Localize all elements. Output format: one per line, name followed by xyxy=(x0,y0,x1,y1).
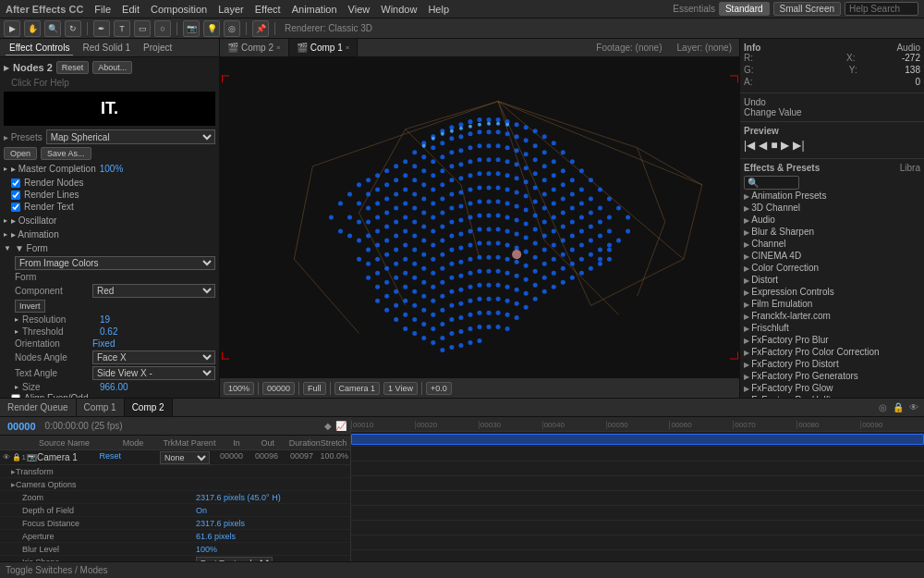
effect-cat-fx-blur[interactable]: FxFactory Pro Blur xyxy=(744,334,920,346)
menu-composition[interactable]: Composition xyxy=(151,4,207,15)
resolution-btn[interactable]: Full xyxy=(303,382,326,395)
svg-point-380 xyxy=(598,234,602,239)
render-lines-checkbox[interactable] xyxy=(11,191,20,200)
effect-cat-distort[interactable]: Distort xyxy=(744,274,920,286)
save-btn[interactable]: Save As... xyxy=(41,147,91,160)
effect-cat-animation[interactable]: Animation Presets xyxy=(744,190,920,202)
tool-camera[interactable]: 📷 xyxy=(183,20,200,37)
color-source-select[interactable]: From Image Colors xyxy=(15,256,215,270)
effect-cat-audio[interactable]: Audio xyxy=(744,214,920,226)
animation-header[interactable]: ▸ ▸ Animation xyxy=(4,228,215,241)
tab-project[interactable]: Project xyxy=(140,41,176,55)
component-select[interactable]: Red xyxy=(92,284,215,298)
text-angle-select[interactable]: Side View X - xyxy=(92,366,215,380)
menu-help[interactable]: Help xyxy=(428,4,449,15)
effect-cat-3d[interactable]: 3D Channel xyxy=(744,202,920,214)
tl-graph-editor[interactable]: 📈 xyxy=(335,421,346,431)
nodes-reset-btn[interactable]: Reset xyxy=(56,61,90,74)
tl-solo-btn[interactable]: ◎ xyxy=(877,402,889,412)
presets-select[interactable]: Map Spherical xyxy=(46,129,215,144)
tool-pen[interactable]: ✒ xyxy=(93,20,110,37)
form-header[interactable]: ▼ ▼ Form xyxy=(4,241,215,255)
render-nodes-checkbox[interactable] xyxy=(11,178,20,188)
preview-skip-back[interactable]: |◀ xyxy=(744,139,755,152)
svg-point-118 xyxy=(616,239,621,243)
menu-file[interactable]: File xyxy=(94,4,111,15)
comp1-close[interactable]: × xyxy=(346,43,350,52)
effect-cat-expression[interactable]: Expression Controls xyxy=(744,286,920,298)
tl-eye-btn[interactable]: 👁 xyxy=(907,402,920,412)
open-btn[interactable]: Open xyxy=(4,147,37,160)
tl-tab-render-queue[interactable]: Render Queue xyxy=(0,399,77,416)
effect-cat-c4d[interactable]: CINEMA 4D xyxy=(744,250,920,262)
tool-light[interactable]: 💡 xyxy=(203,20,220,37)
comp-tab-comp2[interactable]: 🎬 Comp 2 × xyxy=(220,39,289,56)
preview-skip-fwd[interactable]: ▶| xyxy=(793,139,804,152)
menu-animation[interactable]: Animation xyxy=(292,4,337,15)
effect-cat-frisch[interactable]: Frischluft xyxy=(744,322,920,334)
workspace-standard[interactable]: Standard xyxy=(719,2,770,16)
camera1-reset-btn[interactable]: Reset xyxy=(90,451,123,464)
preview-stop[interactable]: ■ xyxy=(771,139,777,152)
nodes-about-btn[interactable]: About... xyxy=(92,61,132,74)
svg-point-372 xyxy=(589,196,593,201)
effect-cat-film[interactable]: Film Emulation xyxy=(744,298,920,310)
zoom-btn[interactable]: 100% xyxy=(224,382,254,395)
effect-cat-fx-gen[interactable]: FxFactory Pro Generators xyxy=(744,370,920,382)
tool-shape-rect[interactable]: ▭ xyxy=(134,20,151,37)
camera-select[interactable]: Camera 1 xyxy=(334,382,381,395)
tl-add-marker[interactable]: ◆ xyxy=(324,421,332,431)
preview-play[interactable]: ▶ xyxy=(781,139,789,152)
audio-tab[interactable]: Audio xyxy=(896,43,920,53)
oscillator-header[interactable]: ▸ ▸ Oscillator xyxy=(4,214,215,228)
libra-tab[interactable]: Libra xyxy=(900,163,920,173)
effect-cat-franck[interactable]: Franckfx-larter.com xyxy=(744,310,920,322)
menu-layer[interactable]: Layer xyxy=(218,4,244,15)
timecode-display[interactable]: 00000 xyxy=(262,382,295,395)
effect-cat-color[interactable]: Color Correction xyxy=(744,262,920,274)
invert-btn[interactable]: Invert xyxy=(15,300,45,313)
tl-tab-comp1[interactable]: Comp 1 xyxy=(77,399,125,416)
layer-camera1[interactable]: 👁 🔒 1 📷 Camera 1 Reset None 00000 00096 xyxy=(0,450,350,465)
tool-pin[interactable]: 📌 xyxy=(252,20,269,37)
tool-select[interactable]: ▶ xyxy=(4,20,20,37)
tl-header-row: 00000 0:00:00:00 (25 fps) ◆ 📈 xyxy=(0,417,350,436)
effect-cat-fx-distort[interactable]: FxFactory Pro Distort xyxy=(744,358,920,370)
workspace-small-screen[interactable]: Small Screen xyxy=(773,2,841,16)
tool-shape-ellipse[interactable]: ○ xyxy=(154,20,171,37)
workspace-essentials[interactable]: Essentials xyxy=(673,4,715,14)
comp2-close[interactable]: × xyxy=(276,43,281,52)
view-select[interactable]: 1 View xyxy=(383,382,418,395)
svg-point-92 xyxy=(403,326,407,331)
tl-lock-btn[interactable]: 🔒 xyxy=(891,402,906,412)
render-text-checkbox[interactable] xyxy=(11,203,20,212)
tool-zoom[interactable]: 🔍 xyxy=(44,20,61,37)
tool-rotate[interactable]: ↻ xyxy=(65,20,81,37)
nodes-angle-select[interactable]: Face X xyxy=(92,350,215,364)
tool-text[interactable]: T xyxy=(114,20,130,37)
effect-cat-fx-glow[interactable]: FxFactory Pro Glow xyxy=(744,382,920,394)
tool-null[interactable]: ◎ xyxy=(224,20,240,37)
tool-hand[interactable]: ✋ xyxy=(24,20,41,37)
menu-view[interactable]: View xyxy=(348,4,371,15)
menu-effect[interactable]: Effect xyxy=(255,4,281,15)
camera1-parent[interactable]: None xyxy=(160,451,210,464)
svg-point-39 xyxy=(366,178,371,182)
svg-point-150 xyxy=(431,173,435,178)
effects-search-input[interactable] xyxy=(744,176,799,190)
menu-edit[interactable]: Edit xyxy=(122,4,140,15)
exposure-btn[interactable]: +0.0 xyxy=(426,382,452,395)
comp-tab-comp1[interactable]: 🎬 Comp 1 × xyxy=(289,39,359,56)
tab-red-solid[interactable]: Red Solid 1 xyxy=(79,41,134,55)
tl-tab-comp2[interactable]: Comp 2 xyxy=(125,399,173,416)
effect-cat-blur[interactable]: Blur & Sharpen xyxy=(744,226,920,238)
svg-point-210 xyxy=(458,343,463,348)
threshold-value: 0.62 xyxy=(100,326,117,337)
camera1-bar[interactable] xyxy=(351,434,924,445)
preview-back[interactable]: ◀ xyxy=(759,139,767,152)
tab-effect-controls[interactable]: Effect Controls xyxy=(6,41,73,55)
menu-window[interactable]: Window xyxy=(381,4,417,15)
effect-cat-channel[interactable]: Channel xyxy=(744,238,920,250)
effect-cat-fx-color[interactable]: FxFactory Pro Color Correction xyxy=(744,346,920,358)
help-search-input[interactable] xyxy=(845,2,918,16)
